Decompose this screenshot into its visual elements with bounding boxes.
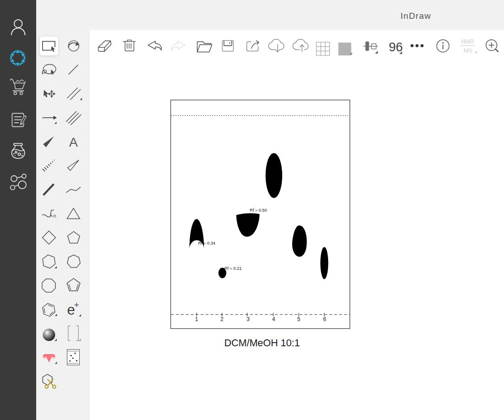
svg-text:2: 2 [220,316,224,322]
svg-text:NMR: NMR [461,38,474,45]
svg-text:3: 3 [247,316,250,322]
svg-text:5: 5 [297,316,301,322]
svg-text:6: 6 [323,316,326,322]
svg-text:+: + [74,300,79,310]
svg-text:1: 1 [195,316,198,322]
svg-text:DCM/MeOH 10:1: DCM/MeOH 10:1 [225,338,300,349]
svg-text:MS: MS [464,48,472,54]
svg-text:4: 4 [272,316,275,322]
svg-text:A: A [69,135,78,149]
svg-text:96: 96 [389,40,403,54]
svg-text:Rf = 0.34: Rf = 0.34 [198,241,215,245]
svg-text:Rf = 0.50: Rf = 0.50 [250,208,267,213]
svg-text:Rf = 0.21: Rf = 0.21 [225,266,242,271]
svg-text:n: n [54,213,56,218]
